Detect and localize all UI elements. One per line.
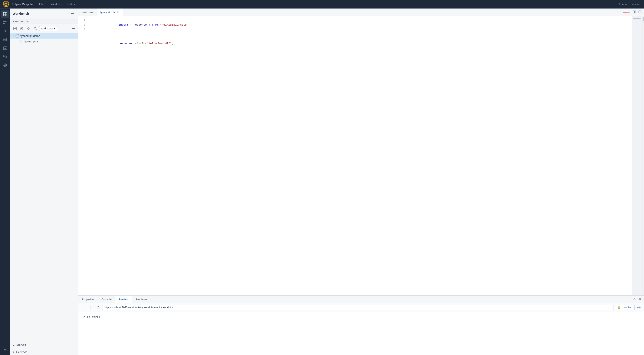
activity-home[interactable] xyxy=(1,10,9,18)
sidebar-more-icon: ••• xyxy=(71,12,74,15)
code-line-2 xyxy=(88,32,630,37)
tab-console-label: Console xyxy=(101,298,112,301)
save-button[interactable] xyxy=(12,26,18,32)
tree-label-typescript-demo: typescript-demo xyxy=(20,34,40,38)
sidebar-footer: ▶ IMPORT ▶ SEARCH xyxy=(10,342,78,355)
sidebar-extra-actions[interactable]: ••• xyxy=(70,26,76,32)
search-section[interactable]: ▶ SEARCH xyxy=(10,348,78,355)
nav-file-label: File xyxy=(39,3,44,6)
activity-more[interactable] xyxy=(1,346,9,353)
svg-rect-4 xyxy=(4,12,5,14)
tab-properties[interactable]: Properties xyxy=(78,295,98,303)
panel-tab-actions xyxy=(632,297,644,302)
import-chevron-icon: ▶ xyxy=(13,344,15,347)
admin-menu[interactable]: admin ▾ xyxy=(632,3,642,6)
preview-forward-button[interactable] xyxy=(88,304,94,310)
tab-typescript-ts[interactable]: typescript.ts ✕ xyxy=(97,9,123,16)
nav-file[interactable]: File ▾ xyxy=(37,2,48,7)
file-tree: ▾ typescript-demo {·} xyxy=(10,33,78,342)
svg-marker-20 xyxy=(21,28,22,29)
code-editor[interactable]: 1 2 3 import { response } from "@dirigib… xyxy=(78,16,644,295)
preview-settings-button[interactable] xyxy=(636,304,642,310)
sidebar-header-actions: ••• xyxy=(70,11,76,17)
tab-preview[interactable]: Preview xyxy=(115,295,132,303)
panel-tab-bar: Properties Console Preview Problems xyxy=(78,295,644,303)
bottom-panel: Properties Console Preview Problems xyxy=(78,295,644,355)
panel-close-button[interactable] xyxy=(638,297,642,302)
svg-point-15 xyxy=(4,65,6,66)
topbar: Eclipse Dirigible File ▾ Window ▾ Help ▾… xyxy=(0,0,644,9)
tab-properties-label: Properties xyxy=(82,298,94,301)
refresh-button[interactable] xyxy=(26,26,32,32)
theme-menu[interactable]: Theme ▾ xyxy=(619,3,629,6)
svg-rect-13 xyxy=(4,47,7,50)
svg-rect-28 xyxy=(635,11,636,13)
tree-item-typescript-ts[interactable]: {·} typescript.ts xyxy=(10,39,78,44)
unlock-label: Unlocked xyxy=(622,306,632,309)
preview-output: Hello World! xyxy=(82,315,640,318)
activity-logs[interactable] xyxy=(1,61,9,69)
topbar-nav: File ▾ Window ▾ Help ▾ xyxy=(37,2,619,7)
topbar-right: Theme ▾ admin ▾ xyxy=(619,3,642,6)
code-content[interactable]: import { response } from "@dirigible/htt… xyxy=(87,18,632,51)
preview-url-input[interactable] xyxy=(102,305,614,310)
nav-help-label: Help xyxy=(68,3,73,6)
svg-rect-27 xyxy=(633,11,634,13)
sidebar-toolbar: workspace ▾ ••• xyxy=(10,24,78,33)
preview-back-button[interactable] xyxy=(80,304,86,310)
app-name: Eclipse Dirigible xyxy=(12,3,33,6)
editor-area: Welcome typescript.ts ✕ xyxy=(78,9,644,355)
nav-help[interactable]: Help ▾ xyxy=(66,2,77,7)
maximize-editor-button[interactable] xyxy=(638,10,642,15)
search-button[interactable] xyxy=(32,26,38,32)
activity-terminal[interactable] xyxy=(1,44,9,52)
preview-refresh-button[interactable] xyxy=(95,304,101,310)
line-numbers: 1 2 3 xyxy=(78,18,87,51)
tab-close-button[interactable]: ✕ xyxy=(116,10,119,14)
nav-window[interactable]: Window ▾ xyxy=(48,2,64,7)
projects-label: PROJECTS xyxy=(15,20,29,23)
code-line-1: import { response } from "@dirigible/htt… xyxy=(88,18,630,32)
import-section[interactable]: ▶ IMPORT xyxy=(10,342,78,348)
theme-label: Theme xyxy=(619,3,628,6)
minimap xyxy=(632,16,642,295)
tree-item-typescript-demo[interactable]: ▾ typescript-demo xyxy=(10,33,78,39)
code-line-3: response.println("Hello World!"); xyxy=(88,37,630,51)
preview-unlock-button[interactable]: 🔓 Unlocked xyxy=(615,305,635,310)
nav-window-chevron: ▾ xyxy=(61,3,62,5)
activity-git[interactable] xyxy=(1,19,9,27)
tab-console[interactable]: Console xyxy=(98,295,115,303)
preview-toolbar: 🔓 Unlocked xyxy=(78,303,644,312)
svg-text:{·}: {·} xyxy=(20,41,22,42)
main-layout: Workbench ••• ▾ PROJECTS xyxy=(0,9,644,355)
tree-toggle-typescript-demo[interactable]: ▾ xyxy=(12,35,15,37)
projects-chevron-icon: ▾ xyxy=(13,21,14,23)
svg-point-3 xyxy=(5,4,6,5)
sidebar-extra-icon: ••• xyxy=(72,27,75,30)
sidebar-title: Workbench xyxy=(13,12,29,15)
tab-problems-label: Problems xyxy=(136,298,147,301)
activity-history[interactable] xyxy=(1,53,9,61)
app-logo[interactable] xyxy=(2,1,9,8)
import-label: IMPORT xyxy=(16,344,26,347)
activity-deploy[interactable] xyxy=(1,27,9,35)
sidebar: Workbench ••• ▾ PROJECTS xyxy=(10,9,78,355)
svg-rect-6 xyxy=(4,14,5,16)
tab-problems[interactable]: Problems xyxy=(132,295,151,303)
sidebar-more-button[interactable]: ••• xyxy=(70,11,76,17)
unlock-icon: 🔓 xyxy=(618,306,621,309)
svg-rect-5 xyxy=(5,12,7,14)
projects-section-header[interactable]: ▾ PROJECTS xyxy=(10,19,78,24)
svg-point-30 xyxy=(638,307,640,308)
tab-bar: Welcome typescript.ts ✕ xyxy=(78,9,644,16)
panel-collapse-button[interactable] xyxy=(632,297,637,302)
tree-label-typescript-ts: typescript.ts xyxy=(24,40,38,43)
activity-database[interactable] xyxy=(1,36,9,44)
svg-rect-29 xyxy=(639,11,641,13)
admin-chevron: ▾ xyxy=(640,3,642,5)
workspace-selector[interactable]: workspace ▾ xyxy=(39,26,57,31)
tab-welcome[interactable]: Welcome xyxy=(78,9,97,16)
editor-scrollbar[interactable] xyxy=(642,16,644,295)
run-button[interactable] xyxy=(19,26,25,32)
split-editor-button[interactable] xyxy=(632,10,637,15)
